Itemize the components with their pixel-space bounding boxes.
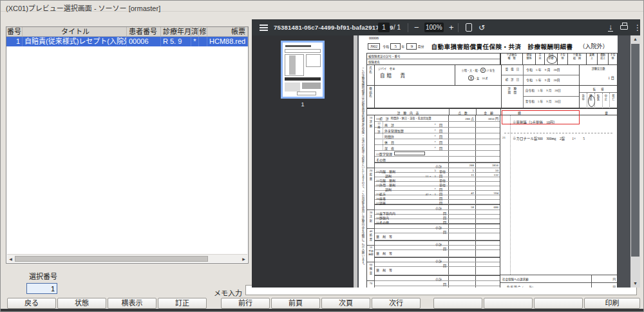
doc-title-row: J902 令和 5 年 9 月分 自動車損害賠償責任保険・共済 診療報酬明細書 … bbox=[368, 41, 608, 51]
month-box: 9 bbox=[406, 43, 417, 50]
pdf-body: 1 00006 J902 令和 5 年 9 月分 自動車損害賠償責任保険・共済 … bbox=[252, 35, 640, 288]
unit-price-note: ※薬剤等（1点単価 10円） bbox=[513, 120, 557, 125]
download-icon[interactable]: ↓ bbox=[608, 19, 613, 35]
sex-male-circled: 男 bbox=[468, 75, 473, 81]
blank-button-2[interactable] bbox=[484, 298, 533, 309]
fit-page-icon[interactable] bbox=[466, 19, 472, 35]
page-thumbnail[interactable] bbox=[281, 41, 325, 99]
cell-month: R 5. 9 bbox=[161, 37, 191, 46]
menu-icon[interactable] bbox=[260, 19, 268, 35]
rotate-icon[interactable]: ↺ bbox=[478, 19, 485, 35]
form-code: J902 bbox=[368, 43, 380, 50]
disease-name-cell bbox=[375, 86, 502, 108]
blank-button-1[interactable] bbox=[433, 298, 482, 309]
jiyu-shinryo-circled: 自由 診療 bbox=[544, 54, 557, 64]
treatment-days: 1 日 bbox=[580, 70, 617, 81]
receipt-page: 00006 J902 令和 5 年 9 月分 自動車損害賠償責任保険・共済 診療… bbox=[359, 35, 618, 288]
col-header-form: 帳票 bbox=[207, 27, 248, 36]
application-window: (XC01)プレビュー選択画面 - ソーソー [ormaster] 番号 タイト… bbox=[0, 0, 644, 312]
col-header-done: 済 bbox=[191, 27, 199, 36]
year-box: 5 bbox=[390, 43, 401, 50]
print-icon[interactable] bbox=[620, 19, 628, 35]
billing-table: 診 療 内 容 点 数 金 額 摘要 11初 診時間外・休日・深夜・乳幼児加算2… bbox=[366, 108, 618, 288]
insurance-box: 被保険者証の記号・番号 保険者名 ※診療の 種 類 健保 関係 労 災 自由 診… bbox=[366, 53, 618, 65]
col-header-no: 番号 bbox=[6, 27, 23, 36]
selection-number-input[interactable] bbox=[26, 283, 57, 294]
thumbnail-sidebar: 1 bbox=[252, 35, 354, 288]
correct-button[interactable]: 訂正 bbox=[158, 298, 207, 309]
patient-band: 氏 名 ジバイ セキ 自賠 責 ※明・大・昭・平 17 年生 男・女 18 才 … bbox=[366, 65, 618, 86]
toolbar-divider bbox=[458, 23, 459, 32]
page-number-input[interactable]: 1 bbox=[378, 23, 390, 32]
prescription-line: ※カロナール錠300 300mg 2錠 1× 5 bbox=[513, 136, 585, 141]
back-button[interactable]: 戻る bbox=[7, 298, 56, 309]
outcome-continue-circled: 継 続 bbox=[587, 93, 594, 108]
cell-no: 1 bbox=[6, 37, 23, 46]
list-row-selected[interactable]: 1 自賠責(従来様式)レセプト(入院外) 00006 R 5. 9 * HCM8… bbox=[6, 37, 248, 46]
hscroll-thumb[interactable] bbox=[15, 256, 208, 262]
disease-band: 傷 病 名 診 療 期 間 自令和 5 年 9 月 28日 至令和 5 年 9 … bbox=[366, 86, 618, 108]
prev-page-button[interactable]: 前頁 bbox=[271, 298, 320, 309]
cell-form: HCM88.red bbox=[207, 37, 248, 46]
col-header-modified: 修 bbox=[199, 27, 207, 36]
horizontal-view-button[interactable]: 横表示 bbox=[108, 298, 156, 309]
thumbnail-page-number: 1 bbox=[281, 101, 325, 108]
toolbar-divider bbox=[408, 23, 408, 32]
patient-kana: ジバイ セキ bbox=[375, 65, 455, 70]
zoom-level[interactable]: 100% bbox=[424, 23, 444, 32]
preview-list-panel: 番号 タイトル 患者番号 診療年月 済 修 帳票 1 自賠責(従来様式)レセプト… bbox=[6, 26, 249, 264]
zoom-out-button[interactable]: − bbox=[414, 19, 419, 35]
selection-number-label: 選択番号 bbox=[29, 271, 57, 281]
next-page-button[interactable]: 次頁 bbox=[321, 298, 370, 309]
state-button[interactable]: 状態 bbox=[57, 298, 106, 309]
list-header-row: 番号 タイトル 患者番号 診療年月 済 修 帳票 bbox=[6, 27, 248, 37]
pdf-viewer: 75381481-05c7-4499-bf91-bafa29176e79 1 /… bbox=[252, 19, 640, 288]
scroll-up-icon[interactable]: ▲ bbox=[630, 35, 640, 43]
next-row-button[interactable]: 次行 bbox=[372, 298, 421, 309]
col-header-month: 診療年月 bbox=[161, 27, 191, 36]
memo-label: メモ入力 bbox=[214, 288, 242, 298]
doc-title: 自動車損害賠償責任保険・共済 診療報酬明細書 bbox=[431, 42, 573, 51]
pdf-viewport: 00006 J902 令和 5 年 9 月分 自動車損害賠償責任保険・共済 診療… bbox=[357, 35, 630, 288]
doc-outpatient: （入院外） bbox=[579, 42, 608, 50]
vscroll-thumb[interactable] bbox=[631, 44, 639, 257]
birth-era-circled: 平 bbox=[480, 68, 486, 73]
col-header-patient: 患者番号 bbox=[127, 27, 161, 36]
print-button[interactable]: 印刷 bbox=[584, 298, 640, 309]
side-note: この診療報酬明細書は自動車損害賠償責任保険・共済の処理上必要といたしますので、こ… bbox=[361, 68, 365, 268]
cell-patient: 00006 bbox=[127, 37, 161, 46]
prev-row-button[interactable]: 前行 bbox=[221, 298, 270, 309]
remarks-column: ※薬剤等（1点単価 10円） 21 ※カロナール錠300 300mg 2錠 1×… bbox=[500, 115, 617, 288]
pdf-vertical-scrollbar[interactable]: ▲ ▼ bbox=[630, 35, 640, 288]
scroll-left-icon[interactable]: ◀ bbox=[7, 255, 14, 262]
doc-patient-number: 00006 bbox=[369, 36, 379, 40]
document-id: 75381481-05c7-4499-bf91-bafa29176e79 bbox=[274, 19, 393, 35]
cell-modified bbox=[199, 37, 207, 46]
col-header-title: タイトル bbox=[23, 27, 127, 36]
list-horizontal-scrollbar[interactable]: ◀ ▶ bbox=[7, 254, 247, 262]
scroll-right-icon[interactable]: ▶ bbox=[240, 255, 247, 262]
pdf-toolbar: 75381481-05c7-4499-bf91-bafa29176e79 1 /… bbox=[252, 19, 640, 35]
window-bottom-edge bbox=[1, 309, 643, 311]
cell-title: 自賠責(従来様式)レセプト(入院外) bbox=[23, 37, 127, 46]
page-total: / 1 bbox=[393, 19, 401, 35]
cell-done: * bbox=[191, 37, 199, 46]
zoom-in-button[interactable]: + bbox=[449, 19, 454, 35]
scroll-down-icon[interactable]: ▼ bbox=[630, 280, 640, 288]
patient-name: 自賠 責 bbox=[375, 70, 455, 79]
window-title: (XC01)プレビュー選択画面 - ソーソー [ormaster] bbox=[1, 1, 643, 12]
blank-button-3[interactable] bbox=[534, 298, 583, 309]
more-options-icon[interactable]: ⋮ bbox=[634, 19, 641, 35]
